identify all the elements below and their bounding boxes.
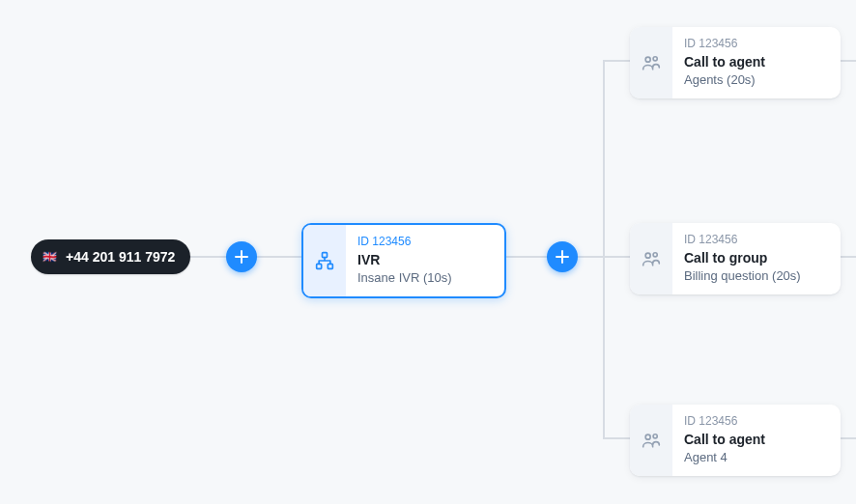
svg-point-8: [653, 434, 657, 438]
node-id: ID 123456: [684, 233, 801, 246]
connector: [603, 256, 605, 439]
node-title: IVR: [357, 252, 466, 267]
node-title: Call to agent: [684, 432, 792, 447]
plus-icon: [235, 250, 248, 264]
phone-number-node[interactable]: 🇬🇧 +44 201 911 7972: [31, 239, 190, 274]
svg-point-6: [653, 253, 657, 257]
agents-icon: [630, 27, 672, 98]
call-agent-node[interactable]: ID 123456 Call to agent Agents (20s): [630, 27, 841, 98]
connector: [839, 256, 856, 258]
add-step-button[interactable]: [547, 241, 578, 272]
svg-point-7: [645, 434, 650, 439]
call-agent-node[interactable]: ID 123456 Call to agent Agent 4: [630, 405, 841, 476]
connector: [603, 60, 605, 258]
connector: [839, 60, 856, 62]
add-step-button[interactable]: [226, 241, 257, 272]
node-id: ID 123456: [357, 235, 466, 248]
node-subtitle: Insane IVR (10s): [357, 270, 466, 285]
plus-icon: [556, 250, 569, 264]
ivr-icon: [303, 225, 346, 296]
node-title: Call to agent: [684, 54, 792, 70]
connector: [839, 437, 856, 439]
uk-flag-icon: 🇬🇧: [41, 248, 58, 266]
node-title: Call to group: [684, 250, 801, 266]
ivr-node[interactable]: ID 123456 IVR Insane IVR (10s): [301, 223, 506, 298]
agents-icon: [630, 223, 672, 294]
node-subtitle: Billing question (20s): [684, 268, 801, 283]
svg-point-3: [645, 57, 650, 62]
call-group-node[interactable]: ID 123456 Call to group Billing question…: [630, 223, 841, 294]
flow-canvas[interactable]: 🇬🇧 +44 201 911 7972 ID 123456 IVR Insane…: [0, 0, 856, 504]
node-subtitle: Agents (20s): [684, 72, 792, 87]
node-subtitle: Agent 4: [684, 450, 792, 464]
agents-icon: [630, 405, 672, 476]
node-id: ID 123456: [684, 414, 792, 428]
connector: [578, 256, 605, 258]
phone-number-label: +44 201 911 7972: [66, 249, 175, 265]
svg-point-5: [645, 253, 650, 258]
node-id: ID 123456: [684, 37, 792, 50]
svg-point-4: [653, 57, 657, 61]
